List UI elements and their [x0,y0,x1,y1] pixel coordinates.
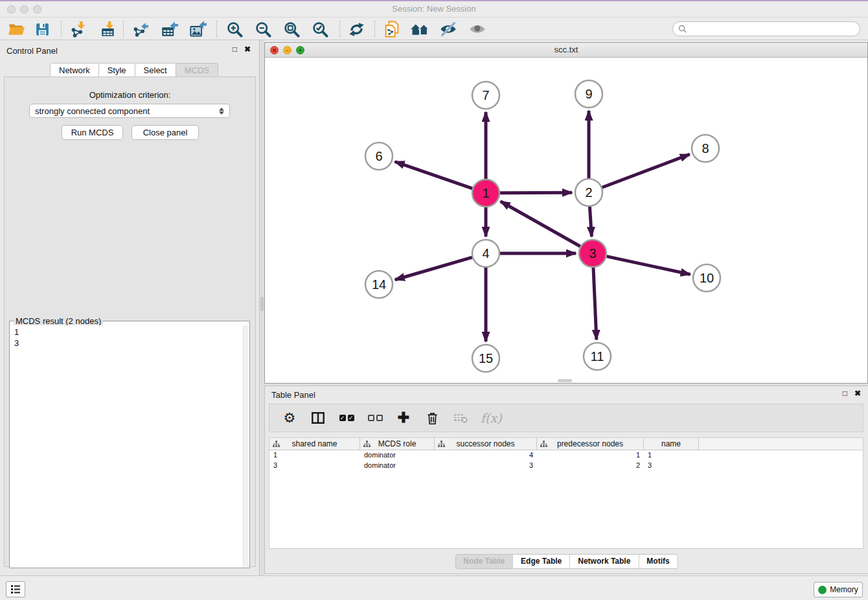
search-input[interactable] [690,25,860,34]
graph-node-label-4: 4 [482,246,489,260]
graph-edge-4-14[interactable] [395,257,472,280]
zoom-in-icon[interactable] [223,20,246,38]
import-table-icon[interactable] [97,20,119,38]
graph-edge-3-1[interactable] [501,202,580,246]
table-cell[interactable]: 2 [537,461,644,471]
canvas-scrollbar[interactable] [558,379,572,382]
zoom-out-icon[interactable] [252,20,274,38]
export-image-icon[interactable] [187,20,209,38]
table-tabs: Node TableEdge TableNetwork TableMotifs [455,554,678,569]
table-tab-network-table[interactable]: Network Table [570,554,639,569]
minimize-network-icon[interactable]: − [283,46,291,54]
table-tab-motifs[interactable]: Motifs [639,554,678,569]
run-mcds-button[interactable]: Run MCDS [62,125,123,140]
float-panel-icon[interactable]: □ [233,45,237,54]
table-settings-gear-icon[interactable]: ⚙ [281,410,298,426]
table-cell[interactable]: dominator [360,461,435,471]
mcds-result-text[interactable]: 1 3 [10,325,243,567]
table-cell[interactable]: 1 [644,450,699,461]
memory-status-icon [818,586,827,594]
open-file-icon[interactable] [5,20,27,38]
table-cell[interactable]: 1 [537,450,644,461]
mcds-result-title: MCDS result (2 nodes) [14,316,103,326]
dropdown-value: strongly connected component [35,106,150,116]
table-cell[interactable]: 3 [644,461,699,471]
table-panel-title: Table Panel [271,390,315,400]
optimization-dropdown[interactable]: strongly connected component [29,104,230,118]
graph-node-label-9: 9 [585,87,592,101]
graph-edge-1-6[interactable] [395,161,473,188]
graph-edge-2-8[interactable] [602,154,690,187]
result-scrollbar[interactable] [243,325,249,567]
table-row[interactable]: 1dominator411 [269,450,863,461]
table-tab-node-table[interactable]: Node Table [455,554,513,569]
function-builder-icon[interactable]: f(x) [481,411,502,425]
tab-mcds[interactable]: MCDS [176,63,218,78]
node-table[interactable]: shared nameMCDS rolesuccessor nodesprede… [269,437,863,549]
network-titlebar[interactable]: ✕ − + scc.txt [265,43,867,58]
column-header-name[interactable]: name [644,438,699,450]
search-field[interactable] [672,21,860,36]
copy-network-icon[interactable] [381,20,403,38]
delete-table-icon[interactable] [452,410,469,426]
column-header-shared-name[interactable]: shared name [269,438,360,450]
save-session-icon[interactable] [31,20,53,38]
memory-button[interactable]: Memory [814,582,863,597]
control-panel-title: Control Panel [6,46,58,56]
export-network-icon[interactable] [130,20,152,38]
import-network-icon[interactable] [67,20,89,38]
maximize-window-icon[interactable] [33,5,41,14]
refresh-icon[interactable] [345,20,367,38]
tab-select[interactable]: Select [135,63,176,78]
hide-selected-icon[interactable] [437,20,459,38]
zoom-fit-icon[interactable] [280,20,303,38]
column-header-successor-nodes[interactable]: successor nodes [435,438,537,450]
toolbar-separator [374,21,375,38]
table-cell[interactable]: 1 [269,450,360,461]
graph-node-label-7: 7 [482,88,489,102]
window-title: Session: New Session [0,0,868,17]
graph-edge-2-3[interactable] [589,207,591,237]
column-header-predecessor-nodes[interactable]: predecessor nodes [537,438,644,450]
close-panel-button[interactable]: Close panel [131,125,199,140]
show-columns-icon[interactable] [310,410,326,426]
toolbar-separator [339,21,340,38]
float-table-panel-icon[interactable]: □ [843,389,847,398]
deselect-all-icon[interactable] [367,410,383,426]
table-tab-edge-table[interactable]: Edge Table [513,554,570,569]
network-canvas[interactable]: 7968124314101511 [265,58,867,383]
memory-label: Memory [830,585,858,594]
column-header-MCDS-role[interactable]: MCDS role [360,438,435,450]
graph-edge-3-10[interactable] [607,257,691,275]
tab-style[interactable]: Style [99,63,135,78]
table-cell[interactable]: 3 [269,461,360,471]
table-cell[interactable]: dominator [360,450,435,461]
tab-network[interactable]: Network [50,63,99,78]
mcds-panel: Optimization criterion: strongly connect… [4,76,256,567]
graph-edge-3-11[interactable] [593,268,597,340]
first-neighbors-icon[interactable] [409,20,431,38]
toolbar-separator [123,21,124,38]
close-network-icon[interactable]: ✕ [270,46,279,54]
graph-edge-1-2[interactable] [500,192,572,193]
export-table-icon[interactable] [158,20,180,38]
network-window: ✕ − + scc.txt 7968124314101511 [264,42,868,384]
close-window-icon[interactable] [7,5,16,14]
toolbar-separator [61,21,62,38]
task-history-button[interactable] [6,581,25,597]
table-cell[interactable]: 4 [435,450,537,461]
close-table-panel-icon[interactable]: ✖ [854,389,861,398]
delete-trash-icon[interactable] [424,410,440,426]
table-cell[interactable]: 3 [435,461,537,471]
add-icon[interactable]: ✚ [395,410,412,426]
divider-handle[interactable] [260,297,264,311]
select-all-icon[interactable]: ✓✓ [338,410,355,426]
zoom-selected-icon[interactable] [309,20,331,38]
table-row[interactable]: 3dominator323 [269,461,863,471]
minimize-window-icon[interactable] [20,5,29,14]
network-graph[interactable]: 7968124314101511 [265,58,867,383]
desktop-edge [0,0,868,1]
maximize-network-icon[interactable]: + [296,46,304,54]
close-panel-icon[interactable]: ✖ [244,45,251,54]
show-all-icon[interactable] [466,20,488,38]
